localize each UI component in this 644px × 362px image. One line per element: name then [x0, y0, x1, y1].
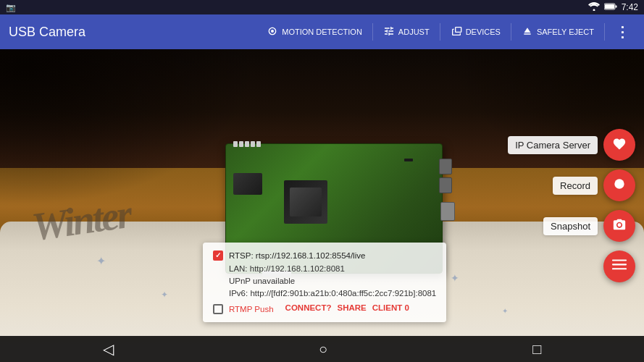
camera-viewport: Winter ✦ ✦ ✦ ✦ [0, 49, 644, 362]
more-icon: ⋮ [615, 25, 630, 39]
adjust-button[interactable]: ADJUST [377, 21, 435, 43]
snowflake-2: ✦ [161, 290, 168, 300]
info-actions: CONNECT? SHARE CLIENT 0 [285, 303, 409, 312]
svg-point-3 [271, 30, 274, 33]
info-panel: ✓ RTSP: rtsp://192.168.1.102:8554/live L… [203, 243, 446, 322]
share-button[interactable]: SHARE [337, 303, 366, 312]
nav-bar: ◁ ○ □ [0, 336, 644, 362]
record-row: Record [553, 169, 635, 201]
wifi-icon [588, 2, 600, 12]
snapshot-icon [612, 218, 627, 235]
time-display: 7:42 [622, 2, 638, 12]
devices-icon [451, 25, 462, 39]
back-button[interactable]: ◁ [88, 336, 128, 362]
svg-point-5 [618, 223, 622, 227]
record-icon [612, 177, 627, 195]
rtsp-label: RTSP: rtsp://192.168.1.102:8554/live [229, 250, 365, 261]
more-options-button[interactable]: ⋮ [609, 20, 635, 43]
svg-rect-1 [605, 4, 614, 9]
divider-4 [604, 23, 605, 41]
rtmp-row: RTMP Push CONNECT? SHARE CLIENT 0 [213, 303, 436, 315]
motion-detection-icon [267, 25, 278, 39]
heart-icon [612, 137, 627, 153]
motion-detection-button[interactable]: MOTION DETECTION [261, 21, 368, 43]
menu-icon [612, 259, 627, 274]
status-bar-left: 📷 [6, 3, 16, 12]
camera-connector [404, 159, 413, 161]
ip-camera-server-row: IP Camera Server [508, 129, 635, 161]
ethernet-port [440, 202, 455, 221]
fab-column: IP Camera Server Record [508, 129, 635, 282]
ip-camera-server-button[interactable] [603, 129, 635, 161]
app-bar: USB Camera MOTION DETECTION ADJUST [0, 14, 644, 49]
lan-label: LAN: http://192.168.1.102:8081 [213, 263, 436, 274]
devices-button[interactable]: DEVICES [445, 21, 506, 43]
motion-detection-label: MOTION DETECTION [282, 28, 362, 36]
divider-2 [440, 23, 440, 41]
svg-rect-6 [612, 259, 627, 261]
adjust-label: ADJUST [398, 28, 430, 36]
eject-icon [522, 25, 533, 39]
svg-rect-8 [612, 268, 627, 269]
svg-rect-2 [615, 6, 616, 8]
svg-rect-7 [612, 264, 627, 265]
main-chip [284, 180, 327, 224]
menu-row [603, 251, 635, 282]
ipv6-label: IPv6: http://[fdf2:901b:a21b:0:480a:ff5c… [213, 287, 436, 299]
status-bar-right: 7:42 [588, 2, 638, 12]
snapshot-row: Snapshot [543, 210, 635, 242]
status-bar: 📷 7:42 [0, 0, 644, 14]
camera-status-icon: 📷 [6, 3, 16, 12]
snowflake-4: ✦ [502, 307, 508, 315]
record-button[interactable] [603, 169, 635, 201]
battery-icon [604, 3, 617, 12]
devices-label: DEVICES [466, 28, 501, 36]
connect-button[interactable]: CONNECT? [285, 303, 332, 312]
recents-button[interactable]: □ [518, 337, 556, 362]
snapshot-button[interactable] [603, 210, 635, 242]
app-title: USB Camera [9, 25, 261, 40]
snowflake-3: ✦ [451, 272, 459, 284]
ip-camera-server-label: IP Camera Server [508, 136, 598, 154]
safely-eject-label: SAFELY EJECT [537, 28, 594, 36]
adjust-icon [383, 25, 395, 39]
svg-point-4 [614, 179, 624, 188]
divider-3 [511, 23, 511, 41]
app-bar-actions: MOTION DETECTION ADJUST DEVICES [261, 20, 635, 43]
upnp-label: UPnP unavailable [213, 275, 436, 287]
menu-button[interactable] [603, 251, 635, 282]
snowflake-1: ✦ [96, 254, 106, 268]
client-info-button[interactable]: CLIENT 0 [372, 303, 409, 312]
rtmp-checkbox[interactable] [213, 304, 223, 314]
snapshot-label: Snapshot [543, 217, 598, 235]
rtsp-checkbox[interactable]: ✓ [213, 251, 223, 261]
safely-eject-button[interactable]: SAFELY EJECT [516, 21, 600, 43]
record-label: Record [553, 177, 598, 195]
home-button[interactable]: ○ [304, 337, 342, 362]
divider-1 [372, 23, 373, 41]
vignette-tl [0, 49, 258, 206]
rtmp-label: RTMP Push [229, 303, 274, 315]
rtsp-row: ✓ RTSP: rtsp://192.168.1.102:8554/live [213, 250, 436, 261]
